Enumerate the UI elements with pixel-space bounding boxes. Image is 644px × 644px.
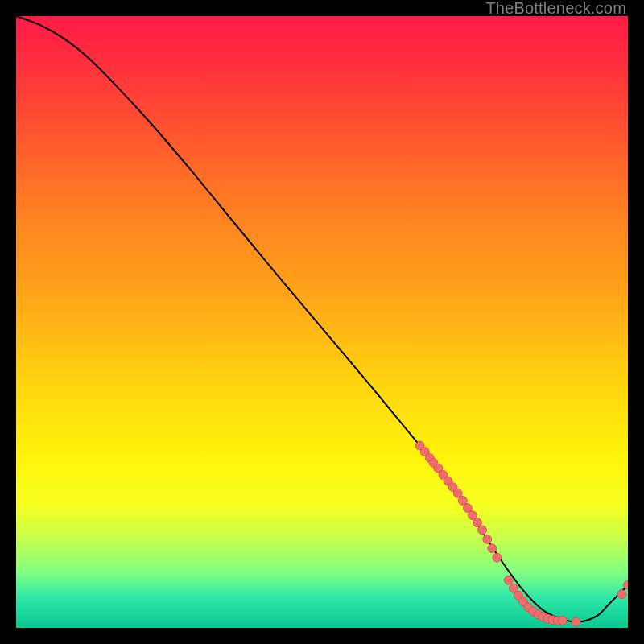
data-point [483, 535, 492, 543]
chart-container: TheBottleneck.com [0, 0, 644, 644]
bottleneck-curve [16, 16, 628, 622]
data-point [488, 544, 497, 553]
chart-overlay [16, 16, 628, 628]
data-point [558, 616, 567, 625]
plot-area [16, 16, 628, 628]
highlighted-points [415, 441, 628, 626]
data-point [572, 617, 580, 626]
data-point [478, 526, 487, 535]
watermark-text: TheBottleneck.com [485, 0, 626, 16]
data-point [504, 576, 513, 584]
data-point [617, 590, 626, 599]
data-point [493, 553, 502, 562]
